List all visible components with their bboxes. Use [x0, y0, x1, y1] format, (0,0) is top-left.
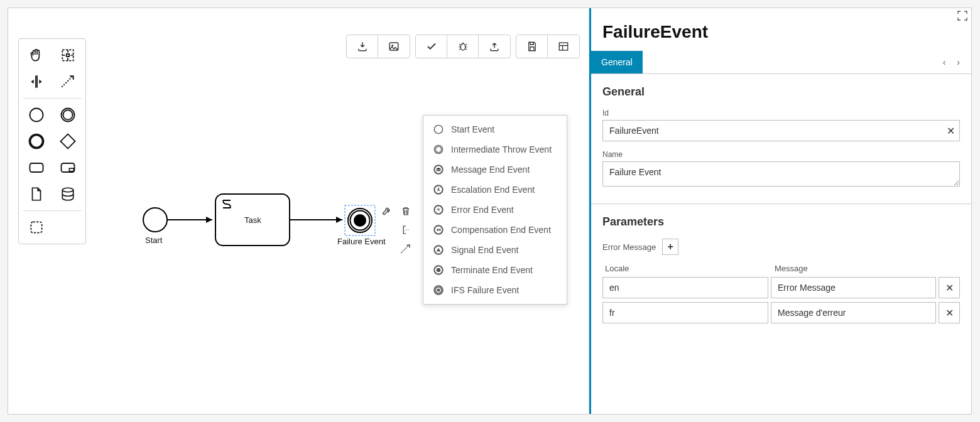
morph-intermediate-throw-event[interactable]: Intermediate Throw Event — [423, 139, 567, 160]
column-header-locale: Locale — [605, 264, 767, 273]
clear-id-button[interactable]: ✕ — [947, 125, 955, 137]
morph-start-event[interactable]: Start Event — [423, 119, 567, 139]
svg-marker-20 — [336, 217, 342, 223]
fullscreen-button[interactable] — [957, 11, 969, 22]
trash-icon[interactable] — [399, 204, 413, 218]
morph-item-label: Terminate End Event — [451, 265, 533, 275]
tab-next-button[interactable]: › — [957, 57, 960, 67]
connect-icon[interactable] — [399, 242, 413, 256]
svg-point-35 — [437, 268, 441, 273]
name-label: Name — [602, 150, 960, 159]
signal-end-icon — [432, 244, 445, 256]
id-input[interactable] — [602, 120, 960, 141]
morph-item-label: Intermediate Throw Event — [451, 144, 552, 154]
svg-point-38 — [437, 289, 440, 292]
properties-panel: FailureEvent General ‹ › General Id ✕ Na… — [589, 8, 971, 414]
morph-item-label: IFS Failure Event — [451, 285, 519, 295]
tab-prev-button[interactable]: ‹ — [943, 57, 946, 67]
name-input[interactable] — [602, 161, 960, 187]
tab-general[interactable]: General — [591, 51, 643, 73]
ifs-failure-icon — [432, 284, 445, 296]
morph-error-end-event[interactable]: Error End Event — [423, 200, 567, 220]
morph-ifs-failure-event[interactable]: IFS Failure Event — [423, 280, 567, 300]
svg-point-24 — [354, 214, 366, 227]
section-parameters: Parameters Error Message + Locale Messag… — [591, 204, 971, 333]
context-pad — [380, 204, 413, 256]
morph-compensation-end-event[interactable]: Compensation End Event — [423, 220, 567, 240]
error-message-label: Error Message — [602, 242, 656, 252]
escalation-end-icon — [432, 183, 445, 196]
annotation-icon[interactable] — [399, 223, 413, 237]
task-node-label: Task — [244, 215, 261, 225]
morph-item-label: Compensation End Event — [451, 225, 551, 235]
compensation-end-icon — [432, 224, 445, 236]
message-end-icon — [432, 163, 445, 176]
locale-input[interactable] — [602, 302, 768, 323]
add-message-button[interactable]: + — [662, 239, 678, 255]
canvas-area[interactable]: Start Task Failure Event — [8, 8, 589, 414]
morph-item-label: Start Event — [451, 124, 494, 134]
remove-row-button[interactable]: ✕ — [939, 277, 960, 298]
svg-point-27 — [435, 146, 441, 152]
error-end-icon — [432, 203, 445, 216]
id-label: Id — [602, 109, 960, 117]
morph-terminate-end-event[interactable]: Terminate End Event — [423, 260, 567, 280]
tabs-row: General ‹ › — [591, 51, 971, 74]
morph-message-end-event[interactable]: Message End Event — [423, 160, 567, 180]
svg-point-15 — [143, 208, 167, 232]
start-event-icon — [432, 123, 445, 136]
param-row: ✕ — [602, 302, 960, 323]
locale-input[interactable] — [602, 277, 768, 298]
panel-title: FailureEvent — [591, 8, 971, 51]
param-row: ✕ — [602, 277, 960, 298]
morph-signal-end-event[interactable]: Signal End Event — [423, 240, 567, 260]
morph-item-label: Error End Event — [451, 205, 514, 215]
message-input[interactable] — [771, 302, 936, 323]
intermediate-event-icon — [432, 143, 445, 156]
start-node-label: Start — [145, 235, 162, 245]
app-frame: Start Task Failure Event — [8, 8, 972, 414]
morph-menu: Start Event Intermediate Throw Event Mes… — [423, 115, 567, 305]
svg-marker-17 — [206, 217, 212, 223]
message-input[interactable] — [771, 277, 936, 298]
section-heading-params: Parameters — [602, 215, 960, 229]
morph-item-label: Message End Event — [451, 165, 530, 175]
morph-item-label: Escalation End Event — [451, 185, 535, 195]
diagram: Start Task Failure Event — [8, 8, 589, 414]
remove-row-button[interactable]: ✕ — [939, 302, 960, 323]
morph-item-label: Signal End Event — [451, 245, 518, 255]
end-node-label: Failure Event — [337, 237, 386, 246]
svg-point-25 — [434, 125, 442, 133]
column-header-message: Message — [775, 264, 957, 273]
terminate-end-icon — [432, 264, 445, 276]
section-general: General Id ✕ Name — [591, 74, 971, 204]
section-heading-general: General — [602, 85, 960, 99]
wrench-icon[interactable] — [380, 204, 394, 218]
morph-escalation-end-event[interactable]: Escalation End Event — [423, 180, 567, 200]
